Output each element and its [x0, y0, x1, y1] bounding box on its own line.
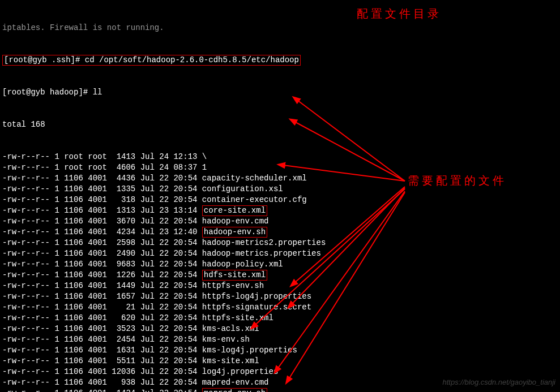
file-name: core-site.xml	[202, 205, 267, 216]
file-name: 1	[202, 163, 207, 172]
file-row: -rw-r--r-- 1 1106 4001 12036 Jul 22 20:5…	[2, 367, 558, 377]
file-name: httpfs-site.xml	[202, 313, 273, 322]
file-meta: -rw-r--r-- 1 1106 4001 2490 Jul 22 20:54	[2, 249, 202, 258]
file-meta: -rw-r--r-- 1 1106 4001 3670 Jul 22 20:54	[2, 217, 202, 226]
file-meta: -rw-r--r-- 1 1106 4001 12036 Jul 22 20:5…	[2, 367, 202, 376]
file-name: kms-site.xml	[202, 356, 259, 365]
file-row: -rw-r--r-- 1 1106 4001 2454 Jul 22 20:54…	[2, 334, 558, 345]
prompt-line-2: [root@gyb hadoop]# ll	[2, 87, 558, 98]
file-meta: -rw-r--r-- 1 1106 4001 21 Jul 22 20:54	[2, 303, 202, 312]
file-row: -rw-r--r-- 1 1106 4001 5511 Jul 22 20:54…	[2, 356, 558, 367]
file-meta: -rw-r--r-- 1 1106 4001 1226 Jul 22 20:54	[2, 270, 202, 279]
annotation-files-to-configure: 需要配置的文件	[408, 175, 507, 186]
file-name: hadoop-policy.xml	[202, 260, 283, 269]
annotation-config-dir: 配置文件目录	[357, 8, 442, 19]
file-meta: -rw-r--r-- 1 1106 4001 4234 Jul 23 12:40	[2, 227, 202, 236]
file-row: -rw-r--r-- 1 root root 4606 Jul 24 08:37…	[2, 162, 558, 173]
file-name: mapred-env.sh	[202, 388, 267, 392]
file-meta: -rw-r--r-- 1 root root 4606 Jul 24 08:37	[2, 163, 202, 172]
file-row: -rw-r--r-- 1 1106 4001 620 Jul 22 20:54 …	[2, 313, 558, 324]
file-row: -rw-r--r-- 1 1106 4001 2490 Jul 22 20:54…	[2, 248, 558, 259]
file-meta: -rw-r--r-- 1 1106 4001 2598 Jul 22 20:54	[2, 238, 202, 247]
file-name: hdfs-site.xml	[202, 270, 267, 281]
file-name: httpfs-signature.secret	[202, 303, 311, 312]
truncated-line: iptables. Firewall is not running.	[2, 23, 558, 33]
file-meta: -rw-r--r-- 1 root root 1413 Jul 24 12:13	[2, 152, 202, 161]
file-name: httpfs-env.sh	[202, 281, 264, 290]
file-row: -rw-r--r-- 1 1106 4001 1226 Jul 22 20:54…	[2, 270, 558, 281]
file-row: -rw-r--r-- 1 1106 4001 1449 Jul 22 20:54…	[2, 281, 558, 291]
file-row: -rw-r--r-- 1 1106 4001 4234 Jul 23 12:40…	[2, 227, 558, 238]
file-name: log4j.properties	[202, 367, 278, 376]
file-name: hadoop-metrics2.properties	[202, 238, 326, 247]
file-meta: -rw-r--r-- 1 1106 4001 3523 Jul 22 20:54	[2, 324, 202, 333]
file-name: container-executor.cfg	[202, 195, 307, 204]
file-row: -rw-r--r-- 1 1106 4001 3670 Jul 22 20:54…	[2, 216, 558, 227]
file-meta: -rw-r--r-- 1 1106 4001 1449 Jul 22 20:54	[2, 281, 202, 290]
terminal-output[interactable]: iptables. Firewall is not running. [root…	[0, 0, 560, 392]
prompt-line-1: [root@gyb .ssh]# cd /opt/soft/hadoop-2.6…	[2, 55, 558, 66]
file-row: -rw-r--r-- 1 1106 4001 21 Jul 22 20:54 h…	[2, 302, 558, 313]
file-meta: -rw-r--r-- 1 1106 4001 5511 Jul 22 20:54	[2, 356, 202, 365]
file-name: kms-log4j.properties	[202, 346, 297, 355]
file-meta: -rw-r--r-- 1 1106 4001 1631 Jul 22 20:54	[2, 346, 202, 355]
file-name: configuration.xsl	[202, 184, 283, 193]
file-meta: -rw-r--r-- 1 1106 4001 4436 Jul 22 20:54	[2, 174, 202, 183]
file-row: -rw-r--r-- 1 1106 4001 1313 Jul 23 13:14…	[2, 205, 558, 216]
file-name: capacity-scheduler.xml	[202, 174, 307, 183]
watermark: https://blog.csdn.net/gaoyibo_tianji	[443, 377, 555, 387]
file-row: -rw-r--r-- 1 1106 4001 1631 Jul 22 20:54…	[2, 345, 558, 356]
total-line: total 168	[2, 119, 558, 130]
file-row: -rw-r--r-- 1 1106 4001 318 Jul 22 20:54 …	[2, 195, 558, 205]
file-meta: -rw-r--r-- 1 1106 4001 9683 Jul 22 20:54	[2, 260, 202, 269]
file-row: -rw-r--r-- 1 root root 1413 Jul 24 12:13…	[2, 152, 558, 162]
file-name: kms-acls.xml	[202, 324, 259, 333]
file-meta: -rw-r--r-- 1 1106 4001 318 Jul 22 20:54	[2, 195, 202, 204]
file-meta: -rw-r--r-- 1 1106 4001 1313 Jul 23 13:14	[2, 206, 202, 215]
file-row: -rw-r--r-- 1 1106 4001 1424 Jul 22 20:54…	[2, 388, 558, 392]
file-meta: -rw-r--r-- 1 1106 4001 1335 Jul 22 20:54	[2, 184, 202, 193]
file-name: kms-env.sh	[202, 335, 250, 344]
file-name: httpfs-log4j.properties	[202, 292, 311, 301]
file-row: -rw-r--r-- 1 1106 4001 3523 Jul 22 20:54…	[2, 324, 558, 334]
file-name: mapred-env.cmd	[202, 378, 269, 387]
file-name: \	[202, 152, 207, 161]
file-meta: -rw-r--r-- 1 1106 4001 1657 Jul 22 20:54	[2, 292, 202, 301]
file-name: hadoop-env.sh	[202, 227, 267, 238]
file-meta: -rw-r--r-- 1 1106 4001 620 Jul 22 20:54	[2, 313, 202, 322]
file-meta: -rw-r--r-- 1 1106 4001 938 Jul 22 20:54	[2, 378, 202, 387]
file-row: -rw-r--r-- 1 1106 4001 1657 Jul 22 20:54…	[2, 291, 558, 302]
file-name: hadoop-metrics.properties	[202, 249, 321, 258]
file-name: hadoop-env.cmd	[202, 217, 269, 226]
file-row: -rw-r--r-- 1 1106 4001 2598 Jul 22 20:54…	[2, 238, 558, 248]
file-meta: -rw-r--r-- 1 1106 4001 1424 Jul 22 20:54	[2, 389, 202, 392]
file-row: -rw-r--r-- 1 1106 4001 9683 Jul 22 20:54…	[2, 259, 558, 270]
file-meta: -rw-r--r-- 1 1106 4001 2454 Jul 22 20:54	[2, 335, 202, 344]
